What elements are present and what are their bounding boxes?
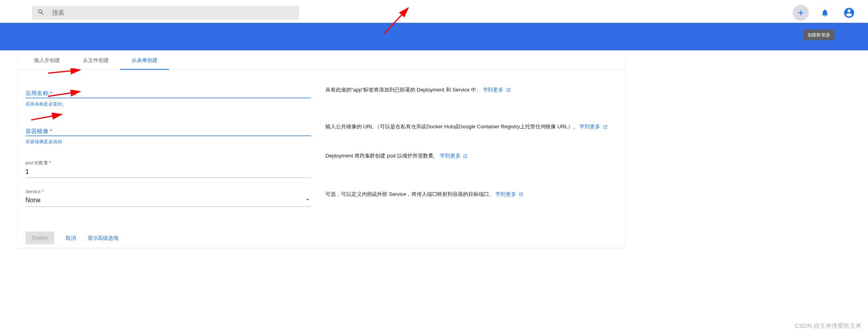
help-container-image-text: 输入公共镜像的 URL （可以是在私有仓库或Docker Hub或Google …: [325, 124, 579, 130]
create-tooltip: 创建新资源: [803, 30, 834, 40]
app-name-error: 应用名称是必需的。: [26, 101, 311, 107]
chevron-down-icon: [304, 196, 311, 204]
form-left-column: 应用名称 * 应用名称是必需的。 容器镜像 * 容器镜像是必须的 pod 的数量…: [26, 84, 311, 222]
help-container-image: 输入公共镜像的 URL （可以是在私有仓库或Docker Hub或Google …: [325, 123, 615, 131]
tab-form-create[interactable]: 从表单创建: [120, 51, 169, 70]
help-pod-count: Deployment 将跨集群创建 pod 以维护所需数量。 学到更多: [325, 152, 615, 160]
app-name-input[interactable]: [26, 84, 311, 98]
container-image-error: 容器镜像是必须的: [26, 139, 311, 145]
create-button[interactable]: [793, 5, 809, 21]
service-label: Service *: [26, 189, 311, 194]
search-input[interactable]: [52, 9, 294, 17]
actions-row: Deploy 取消 显示高级选项: [17, 231, 118, 244]
help-app-name: 具有此值的"app"标签将添加到已部署的 Deployment 和 Servic…: [325, 86, 615, 94]
field-pod-count: pod 的数量 *: [26, 160, 311, 178]
learn-more-service[interactable]: 学到更多: [495, 191, 516, 197]
blue-band: [0, 23, 868, 50]
external-link-icon: [506, 88, 511, 92]
advanced-options-button[interactable]: 显示高级选项: [88, 234, 119, 241]
topbar: [0, 0, 868, 26]
external-link-icon: [519, 192, 523, 196]
tab-file-create[interactable]: 从文件创建: [71, 51, 120, 70]
help-app-name-text: 具有此值的"app"标签将添加到已部署的 Deployment 和 Servic…: [325, 87, 483, 92]
learn-more-container-image[interactable]: 学到更多: [579, 124, 600, 130]
service-select[interactable]: None: [26, 195, 311, 207]
notifications-button[interactable]: [817, 5, 833, 21]
field-app-name: 应用名称 * 应用名称是必需的。: [26, 84, 311, 107]
help-service: 可选，可以定义内部或外部 Service，将传入端口映射到容器的目标端口。 学到…: [325, 190, 615, 198]
search-icon: [37, 8, 45, 17]
external-link-icon: [463, 154, 467, 158]
tabs: 输入并创建 从文件创建 从表单创建: [17, 51, 624, 70]
field-container-image: 容器镜像 * 容器镜像是必须的: [26, 122, 311, 145]
help-pod-count-text: Deployment 将跨集群创建 pod 以维护所需数量。: [325, 153, 440, 159]
service-value: None: [26, 196, 304, 204]
form-right-column: 具有此值的"app"标签将添加到已部署的 Deployment 和 Servic…: [325, 84, 615, 222]
watermark: CSDN @玉米侠爱吃玉米: [795, 322, 862, 330]
container-image-input[interactable]: [26, 122, 311, 136]
deploy-button[interactable]: Deploy: [26, 231, 54, 244]
pod-count-input[interactable]: [26, 167, 311, 178]
external-link-icon: [603, 125, 607, 129]
main-card: 输入并创建 从文件创建 从表单创建 应用名称 * 应用名称是必需的。 容器镜像 …: [17, 51, 624, 248]
help-service-text: 可选，可以定义内部或外部 Service，将传入端口映射到容器的目标端口。: [325, 191, 495, 197]
topbar-actions: [793, 5, 860, 21]
learn-more-app-name[interactable]: 学到更多: [483, 87, 504, 92]
learn-more-pod-count[interactable]: 学到更多: [440, 153, 461, 159]
search-box[interactable]: [32, 6, 299, 20]
field-service: Service * None: [26, 189, 311, 207]
pod-count-label: pod 的数量 *: [26, 160, 311, 166]
account-button[interactable]: [841, 5, 857, 21]
cancel-button[interactable]: 取消: [66, 234, 76, 241]
tab-input-create[interactable]: 输入并创建: [22, 51, 71, 70]
